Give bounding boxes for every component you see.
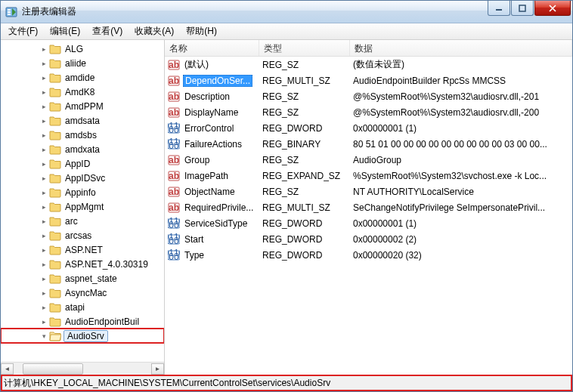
- expand-arrow-icon[interactable]: ▸: [40, 117, 48, 125]
- expand-arrow-icon[interactable]: ▸: [40, 131, 48, 139]
- expand-arrow-icon[interactable]: ▸: [40, 261, 48, 268]
- column-header-type[interactable]: 类型: [259, 40, 350, 56]
- expand-arrow-icon[interactable]: ▸: [40, 246, 48, 254]
- string-value-icon: ab: [168, 59, 180, 71]
- tree-item[interactable]: ▸AudioEndpointBuil: [1, 314, 164, 329]
- menu-view[interactable]: 查看(V): [86, 23, 129, 39]
- tree-item-label: aliide: [63, 58, 88, 69]
- expand-arrow-icon[interactable]: ▸: [40, 218, 48, 225]
- expand-arrow-icon[interactable]: ▾: [40, 332, 48, 340]
- app-icon: [5, 6, 17, 18]
- list-row[interactable]: 01101001TypeREG_DWORD0x00000020 (32): [165, 247, 572, 263]
- list-row[interactable]: abImagePathREG_EXPAND_SZ%SystemRoot%\Sys…: [165, 168, 572, 184]
- titlebar[interactable]: 注册表编辑器: [1, 1, 572, 23]
- body: ▸ALG▸aliide▸amdide▸AmdK8▸AmdPPM▸amdsata▸…: [1, 40, 572, 375]
- expand-arrow-icon[interactable]: ▸: [40, 318, 48, 326]
- list-row[interactable]: ab(默认)REG_SZ(数值未设置): [165, 57, 572, 73]
- cell-type: REG_DWORD: [262, 234, 353, 245]
- tree-item[interactable]: ▸Appinfo: [1, 185, 164, 199]
- menu-favorites[interactable]: 收藏夹(A): [129, 23, 180, 39]
- list-header: 名称 类型 数据: [165, 40, 572, 57]
- scroll-left-button[interactable]: ◄: [1, 363, 14, 375]
- tree-item[interactable]: ▸atapi: [1, 300, 164, 314]
- tree-item-label: amdxata: [63, 144, 101, 155]
- expand-arrow-icon[interactable]: ▸: [40, 304, 48, 311]
- list-row[interactable]: 01101001FailureActionsREG_BINARY80 51 01…: [165, 136, 572, 152]
- tree-item[interactable]: ▸AppID: [1, 156, 164, 171]
- svg-text:ab: ab: [169, 187, 179, 197]
- list-row[interactable]: abObjectNameREG_SZNT AUTHORITY\LocalServ…: [165, 184, 572, 199]
- svg-text:ab: ab: [169, 155, 179, 165]
- tree-item[interactable]: ▸AppIDSvc: [1, 171, 164, 185]
- value-name: FailureActions: [183, 138, 243, 150]
- expand-arrow-icon[interactable]: ▸: [40, 160, 48, 168]
- folder-icon: [49, 230, 61, 241]
- column-header-name[interactable]: 名称: [165, 40, 259, 56]
- tree-item[interactable]: ▸AmdPPM: [1, 99, 164, 113]
- menu-edit[interactable]: 编辑(E): [44, 23, 86, 39]
- svg-text:1001: 1001: [168, 220, 180, 230]
- expand-arrow-icon[interactable]: ▸: [40, 189, 48, 196]
- expand-arrow-icon[interactable]: ▸: [40, 174, 48, 182]
- scroll-thumb[interactable]: [23, 363, 83, 375]
- list-row[interactable]: 01101001ServiceSidTypeREG_DWORD0x0000000…: [165, 215, 572, 231]
- expand-arrow-icon[interactable]: ▸: [40, 275, 48, 282]
- expand-arrow-icon[interactable]: ▸: [40, 74, 48, 82]
- tree-item-label: ASP.NET_4.0.30319: [63, 259, 150, 270]
- list-view[interactable]: ab(默认)REG_SZ(数值未设置)abDependOnSer...REG_M…: [165, 57, 572, 375]
- tree-item[interactable]: ▸amdide: [1, 70, 164, 85]
- expand-arrow-icon[interactable]: ▸: [40, 232, 48, 239]
- tree-item[interactable]: ▸aspnet_state: [1, 271, 164, 286]
- scroll-right-button[interactable]: ►: [151, 363, 164, 375]
- expand-arrow-icon[interactable]: ▸: [40, 103, 48, 110]
- tree-item[interactable]: ▸AmdK8: [1, 85, 164, 99]
- menu-file[interactable]: 文件(F): [2, 23, 44, 39]
- tree-item[interactable]: ▸aliide: [1, 56, 164, 70]
- binary-value-icon: 01101001: [168, 122, 180, 134]
- tree-item-label: amdide: [63, 73, 96, 83]
- list-row[interactable]: abGroupREG_SZAudioGroup: [165, 152, 572, 168]
- scroll-track[interactable]: [14, 363, 151, 375]
- tree-item[interactable]: ▸amdsbs: [1, 128, 164, 142]
- expand-arrow-icon[interactable]: ▸: [40, 289, 48, 297]
- tree-item[interactable]: ▸arc: [1, 214, 164, 228]
- value-name: ImagePath: [183, 170, 230, 182]
- tree-item-label: AsyncMac: [63, 288, 108, 298]
- minimize-button[interactable]: [488, 1, 510, 16]
- menu-help[interactable]: 帮助(H): [180, 23, 223, 39]
- tree-item[interactable]: ▸ALG: [1, 42, 164, 56]
- expand-arrow-icon[interactable]: ▸: [40, 88, 48, 96]
- cell-type: REG_MULTI_SZ: [262, 202, 353, 213]
- svg-rect-5: [519, 5, 525, 11]
- tree-item[interactable]: ▸amdsata: [1, 113, 164, 128]
- expand-arrow-icon[interactable]: ▸: [40, 146, 48, 153]
- binary-value-icon: 01101001: [168, 218, 180, 230]
- tree-item[interactable]: ▸AppMgmt: [1, 199, 164, 214]
- tree-item-label: amdsata: [63, 116, 101, 126]
- expand-arrow-icon[interactable]: ▸: [40, 45, 48, 53]
- tree-hscrollbar[interactable]: ◄ ►: [1, 362, 164, 375]
- maximize-button[interactable]: [511, 1, 534, 16]
- tree-item[interactable]: ▸arcsas: [1, 228, 164, 242]
- tree-item[interactable]: ▸AsyncMac: [1, 286, 164, 300]
- tree-item-label: ASP.NET: [63, 245, 104, 255]
- tree-view[interactable]: ▸ALG▸aliide▸amdide▸AmdK8▸AmdPPM▸amdsata▸…: [1, 40, 164, 362]
- tree-item[interactable]: ▸ASP.NET_4.0.30319: [1, 257, 164, 271]
- binary-value-icon: 01101001: [168, 249, 180, 261]
- list-row[interactable]: abDependOnSer...REG_MULTI_SZAudioEndpoin…: [165, 73, 572, 88]
- list-row[interactable]: abDescriptionREG_SZ@%SystemRoot%\System3…: [165, 88, 572, 104]
- column-header-data[interactable]: 数据: [350, 40, 572, 56]
- list-row[interactable]: 01101001ErrorControlREG_DWORD0x00000001 …: [165, 120, 572, 136]
- list-row[interactable]: abRequiredPrivile...REG_MULTI_SZSeChange…: [165, 199, 572, 215]
- expand-arrow-icon[interactable]: ▸: [40, 60, 48, 67]
- tree-item[interactable]: ▸amdxata: [1, 142, 164, 156]
- list-row[interactable]: 01101001StartREG_DWORD0x00000002 (2): [165, 231, 572, 247]
- tree-item[interactable]: ▸ASP.NET: [1, 242, 164, 257]
- close-button[interactable]: [534, 1, 571, 16]
- cell-name: abDisplayName: [166, 106, 262, 119]
- binary-value-icon: 01101001: [168, 138, 180, 150]
- expand-arrow-icon[interactable]: ▸: [40, 203, 48, 211]
- tree-item[interactable]: ▾AudioSrv: [1, 329, 164, 343]
- value-name: Description: [183, 91, 231, 103]
- list-row[interactable]: abDisplayNameREG_SZ@%SystemRoot%\System3…: [165, 104, 572, 120]
